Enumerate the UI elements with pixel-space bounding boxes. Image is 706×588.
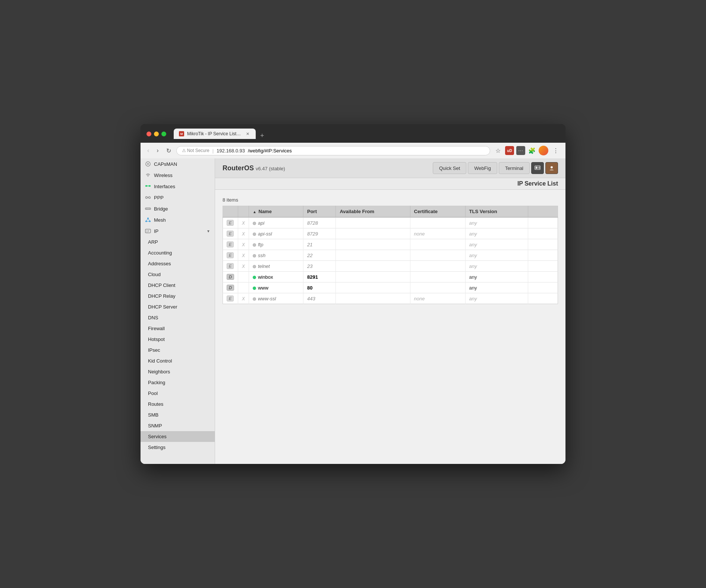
menu-button[interactable]: ⋮ (551, 146, 561, 155)
table-container: 8 items ▲ Name Port Available From (215, 190, 565, 312)
close-button[interactable] (146, 132, 151, 136)
bridge-icon (145, 206, 151, 212)
sidebar-item-addresses[interactable]: Addresses (141, 258, 215, 269)
delete-button[interactable]: X (242, 221, 245, 226)
pipe-sep: | (212, 148, 214, 154)
col-header-name[interactable]: ▲ Name (249, 206, 303, 218)
sidebar-item-accounting[interactable]: Accounting (141, 247, 215, 258)
sidebar-item-dns[interactable]: DNS (141, 312, 215, 323)
tls-version-value: any (469, 285, 477, 291)
minimize-button[interactable] (154, 132, 159, 136)
sidebar-item-pool[interactable]: Pool (141, 388, 215, 399)
edit-button[interactable]: E (227, 241, 234, 247)
sidebar-item-mesh[interactable]: Mesh (141, 214, 215, 225)
sidebar-item-routes[interactable]: Routes (141, 399, 215, 410)
delete-button[interactable]: X (242, 231, 245, 237)
tls-version-value: any (469, 274, 477, 280)
extension-dots[interactable]: ··· (516, 146, 525, 155)
edit-button[interactable]: D (227, 274, 234, 280)
sidebar-item-wireless[interactable]: Wireless (141, 170, 215, 181)
delete-button[interactable]: X (242, 264, 245, 269)
extra-col (528, 261, 558, 272)
sidebar-item-settings[interactable]: Settings (141, 442, 215, 453)
col-header-edit (223, 206, 238, 218)
sidebar-label-dhcp-client: DHCP Client (148, 282, 175, 288)
delete-button[interactable]: X (242, 242, 245, 247)
user-avatar[interactable] (539, 146, 548, 155)
available-from-value (336, 217, 410, 228)
sidebar-label-smb: SMB (148, 412, 158, 418)
sidebar-item-dhcp-server[interactable]: DHCP Server (141, 301, 215, 312)
active-tab[interactable]: M MikroTik - IP Service List at adr ✕ (174, 129, 256, 139)
services-table: ▲ Name Port Available From Certificate T… (223, 206, 558, 304)
sidebar-item-dhcp-relay[interactable]: DHCP Relay (141, 291, 215, 301)
sidebar-label-packing: Packing (148, 380, 165, 385)
svg-point-1 (147, 163, 149, 165)
toolbar-right: ☆ uD ··· 🧩 ⋮ (493, 146, 561, 155)
sidebar-label-mesh: Mesh (154, 217, 166, 223)
sidebar-item-hotspot[interactable]: Hotspot (141, 334, 215, 345)
extra-col (528, 282, 558, 293)
col-header-available-from[interactable]: Available From (336, 206, 410, 218)
sidebar-item-ipsec[interactable]: IPsec (141, 345, 215, 355)
col-header-port[interactable]: Port (303, 206, 335, 218)
edit-button[interactable]: E (227, 220, 234, 226)
sidebar-item-neighbors[interactable]: Neighbors (141, 366, 215, 377)
service-name: api (258, 220, 264, 226)
tab-bar: M MikroTik - IP Service List at adr ✕ + (174, 129, 560, 139)
col-header-certificate[interactable]: Certificate (410, 206, 465, 218)
sidebar-item-ppp[interactable]: PPP (141, 192, 215, 203)
sidebar-item-arp[interactable]: ARP (141, 237, 215, 247)
sidebar-item-firewall[interactable]: Firewall (141, 323, 215, 334)
address-field[interactable]: ⚠ Not Secure | 192.168.0.93 /webfig/#IP:… (176, 146, 490, 155)
sidebar-item-bridge[interactable]: Bridge (141, 203, 215, 214)
icon-button-1[interactable] (531, 162, 544, 174)
reload-button[interactable]: ↻ (164, 146, 173, 155)
title-bar: M MikroTik - IP Service List at adr ✕ + (141, 124, 565, 143)
edit-button[interactable]: E (227, 263, 234, 269)
extension-puzzle[interactable]: 🧩 (527, 146, 536, 155)
svg-rect-3 (149, 185, 151, 187)
table-row: EXftp21any (223, 239, 558, 250)
sidebar-item-snmp[interactable]: SNMP (141, 420, 215, 431)
svg-point-5 (146, 197, 148, 199)
tls-version-value: any (469, 231, 477, 237)
terminal-button[interactable]: Terminal (499, 162, 530, 174)
available-from-value (336, 239, 410, 250)
edit-button[interactable]: E (227, 231, 234, 237)
sidebar-item-services[interactable]: Services (141, 431, 215, 442)
sidebar-item-kid-control[interactable]: Kid Control (141, 355, 215, 366)
sidebar-label-kid-control: Kid Control (148, 358, 172, 364)
extra-col (528, 272, 558, 282)
new-tab-button[interactable]: + (257, 132, 267, 139)
edit-button[interactable]: E (227, 295, 234, 301)
edit-button[interactable]: E (227, 252, 234, 258)
webfig-button[interactable]: WebFig (468, 162, 497, 174)
sidebar-item-capsmanager[interactable]: CAPsMAN (141, 158, 215, 170)
quick-set-button[interactable]: Quick Set (433, 162, 466, 174)
maximize-button[interactable] (161, 132, 166, 136)
svg-point-13 (145, 221, 147, 222)
edit-button[interactable]: D (227, 285, 234, 291)
url-path: /webfig/#IP:Services (248, 148, 292, 154)
tab-close-button[interactable]: ✕ (245, 131, 250, 137)
forward-button[interactable]: › (154, 146, 161, 155)
extension-ud[interactable]: uD (505, 146, 514, 155)
wireless-icon (145, 172, 151, 178)
delete-button[interactable]: X (242, 253, 245, 258)
sidebar-item-dhcp-client[interactable]: DHCP Client (141, 280, 215, 291)
port-value: 22 (307, 253, 312, 258)
sidebar-item-smb[interactable]: SMB (141, 410, 215, 420)
back-button[interactable]: ‹ (145, 146, 151, 155)
sidebar-item-packing[interactable]: Packing (141, 377, 215, 388)
sidebar-item-ip[interactable]: IP IP ▼ (141, 225, 215, 237)
extra-col (528, 228, 558, 239)
certificate-value: none (414, 231, 425, 237)
available-from-value (336, 261, 410, 272)
bookmark-button[interactable]: ☆ (493, 146, 503, 155)
delete-button[interactable]: X (242, 296, 245, 301)
sidebar-item-cloud[interactable]: Cloud (141, 269, 215, 280)
icon-button-2[interactable] (545, 162, 558, 174)
sidebar-item-interfaces[interactable]: Interfaces (141, 181, 215, 192)
header-buttons: Quick Set WebFig Terminal (433, 162, 558, 174)
